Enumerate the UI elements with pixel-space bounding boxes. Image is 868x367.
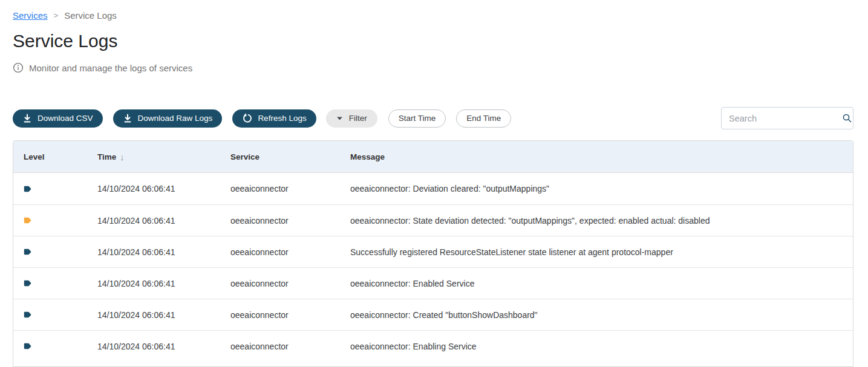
download-icon bbox=[22, 114, 32, 123]
level-tag-icon bbox=[24, 248, 97, 255]
log-message: oeeaiconnector: Enabling Service bbox=[350, 342, 853, 351]
sort-desc-icon[interactable]: ↓ bbox=[120, 152, 125, 162]
log-time: 14/10/2024 06:06:41 bbox=[97, 184, 230, 193]
page-title: Service Logs bbox=[13, 29, 853, 53]
level-cell bbox=[24, 311, 97, 318]
log-service: oeeaiconnector bbox=[230, 310, 350, 320]
table-row: 14/10/2024 06:06:41oeeaiconnectorSuccess… bbox=[13, 236, 853, 267]
log-time: 14/10/2024 06:06:41 bbox=[97, 216, 230, 226]
end-time-label: End Time bbox=[466, 114, 501, 123]
start-time-button[interactable]: Start Time bbox=[388, 109, 446, 128]
log-service: oeeaiconnector bbox=[230, 342, 350, 351]
table-row: 14/10/2024 06:06:41oeeaiconnectoroeeaico… bbox=[13, 173, 853, 204]
search-box bbox=[721, 107, 853, 129]
download-csv-label: Download CSV bbox=[38, 114, 93, 123]
refresh-icon bbox=[242, 113, 252, 123]
log-time: 14/10/2024 06:06:41 bbox=[97, 247, 230, 257]
download-csv-button[interactable]: Download CSV bbox=[13, 109, 103, 128]
level-cell bbox=[24, 343, 97, 349]
start-time-label: Start Time bbox=[399, 114, 436, 123]
level-cell bbox=[24, 248, 97, 255]
level-tag-icon bbox=[24, 186, 97, 192]
log-table-body: 14/10/2024 06:06:41oeeaiconnectoroeeaico… bbox=[13, 173, 853, 362]
level-tag-icon bbox=[24, 311, 97, 318]
log-message: oeeaiconnector: State deviation detected… bbox=[350, 216, 853, 226]
level-tag-icon bbox=[24, 343, 97, 349]
download-icon bbox=[123, 114, 132, 123]
filter-button[interactable]: Filter bbox=[326, 109, 377, 128]
level-cell bbox=[24, 280, 97, 287]
search-input[interactable] bbox=[729, 114, 842, 123]
log-message: oeeaiconnector: Deviation cleared: "outp… bbox=[350, 184, 853, 193]
log-service: oeeaiconnector bbox=[230, 247, 350, 257]
page-subtitle: Monitor and manage the logs of services bbox=[29, 63, 192, 73]
download-raw-logs-label: Download Raw Logs bbox=[138, 114, 213, 123]
log-service: oeeaiconnector bbox=[230, 216, 350, 226]
log-table-header: Level Time ↓ Service Message bbox=[13, 141, 853, 173]
log-time: 14/10/2024 06:06:41 bbox=[97, 342, 230, 351]
info-icon bbox=[13, 62, 24, 73]
log-service: oeeaiconnector bbox=[230, 184, 350, 193]
toolbar: Download CSV Download Raw Logs Refresh L… bbox=[13, 107, 853, 129]
download-raw-logs-button[interactable]: Download Raw Logs bbox=[113, 109, 223, 128]
service-logs-page: Services > Service Logs Service Logs Mon… bbox=[0, 0, 868, 367]
log-message: oeeaiconnector: Created "buttonShowDashb… bbox=[350, 310, 853, 320]
level-cell bbox=[24, 186, 97, 192]
chevron-down-icon bbox=[336, 116, 343, 121]
column-header-level: Level bbox=[24, 152, 97, 161]
refresh-logs-button[interactable]: Refresh Logs bbox=[232, 109, 316, 128]
breadcrumb-current: Service Logs bbox=[64, 10, 117, 21]
breadcrumb: Services > Service Logs bbox=[13, 10, 853, 21]
breadcrumb-separator-icon: > bbox=[54, 11, 59, 20]
log-message: Successfully registered ResourceStateLis… bbox=[350, 247, 853, 257]
refresh-logs-label: Refresh Logs bbox=[258, 114, 306, 123]
level-tag-icon bbox=[24, 217, 97, 224]
column-header-service: Service bbox=[230, 152, 350, 161]
filter-label: Filter bbox=[349, 114, 367, 123]
table-row: 14/10/2024 06:06:41oeeaiconnectoroeeaico… bbox=[13, 299, 853, 330]
table-row: 14/10/2024 06:06:41oeeaiconnectoroeeaico… bbox=[13, 267, 853, 299]
table-row: 14/10/2024 06:06:41oeeaiconnectoroeeaico… bbox=[13, 204, 853, 236]
level-tag-icon bbox=[24, 280, 97, 287]
level-cell bbox=[24, 217, 97, 224]
breadcrumb-link-services[interactable]: Services bbox=[13, 10, 48, 21]
log-time: 14/10/2024 06:06:41 bbox=[97, 310, 230, 320]
column-header-message: Message bbox=[350, 152, 853, 161]
table-row: 14/10/2024 06:06:41oeeaiconnectoroeeaico… bbox=[13, 330, 853, 362]
end-time-button[interactable]: End Time bbox=[456, 109, 511, 128]
log-service: oeeaiconnector bbox=[230, 279, 350, 288]
column-header-time[interactable]: Time ↓ bbox=[97, 152, 230, 162]
log-message: oeeaiconnector: Enabled Service bbox=[350, 279, 853, 288]
column-header-time-label: Time bbox=[97, 152, 116, 161]
log-time: 14/10/2024 06:06:41 bbox=[97, 279, 230, 288]
log-table: Level Time ↓ Service Message 14/10/2024 … bbox=[13, 140, 853, 367]
search-icon[interactable] bbox=[842, 113, 852, 123]
